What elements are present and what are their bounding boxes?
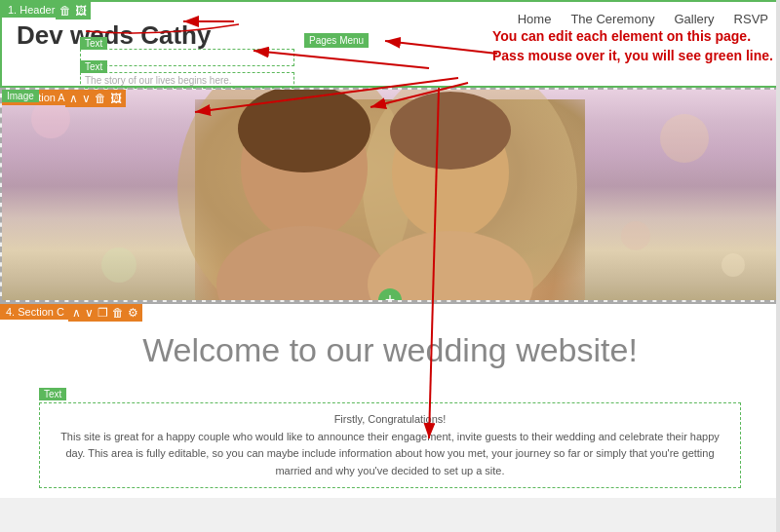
nav-menu: Home The Ceremony Gallery RSVP <box>518 12 768 26</box>
section-a-toolbar: ∧ ∨ 🗑 🖼 <box>65 90 126 107</box>
callout-line2: Pass mouse over it, you will see green l… <box>492 48 773 63</box>
header-toolbar: 🗑 🖼 <box>56 2 91 19</box>
section-a: 2. Section A ∧ ∨ 🗑 🖼 <box>0 88 780 302</box>
nav-home[interactable]: Home <box>518 12 552 26</box>
copy-icon[interactable]: ❐ <box>98 306 108 320</box>
text-content-area: Text Firstly, Congratulations! This site… <box>39 384 741 488</box>
couple-svg <box>2 90 778 302</box>
callout-line1: You can edit each element on this page. <box>492 28 751 44</box>
body-text: This site is great for a happy couple wh… <box>60 431 720 476</box>
image-icon[interactable]: 🖼 <box>75 4 87 18</box>
section-c: 4. Section C ∧ ∨ ❐ 🗑 ⚙ Welcome to our we… <box>0 302 780 498</box>
section-c-toolbar: ∧ ∨ ❐ 🗑 ⚙ <box>68 304 142 322</box>
subtitle-text-field[interactable]: The story of our lives begins here. <box>80 72 294 89</box>
congratulations-line: Firstly, Congratulations! <box>334 413 447 425</box>
svg-point-11 <box>101 247 136 283</box>
svg-point-5 <box>390 92 511 170</box>
chevron-up-icon[interactable]: ∧ <box>72 306 81 320</box>
pages-menu-badge: Pages Menu <box>304 33 369 48</box>
chevron-down-icon[interactable]: ∨ <box>85 306 94 320</box>
gear-icon[interactable]: ⚙ <box>128 306 138 320</box>
nav-rsvp[interactable]: RSVP <box>734 12 768 26</box>
image-icon[interactable]: 🖼 <box>110 92 122 105</box>
chevron-down-icon[interactable]: ∨ <box>82 92 91 105</box>
wedding-photo <box>2 90 778 302</box>
section-c-label: 4. Section C <box>0 304 70 320</box>
text-badge-3: Text <box>39 388 66 400</box>
trash-icon[interactable]: 🗑 <box>59 4 71 18</box>
image-badge: Image <box>2 90 39 102</box>
svg-point-9 <box>660 114 709 163</box>
chevron-up-icon[interactable]: ∧ <box>69 92 78 105</box>
nav-ceremony[interactable]: The Ceremony <box>570 12 654 26</box>
nav-gallery[interactable]: Gallery <box>674 12 714 26</box>
title-text-field[interactable] <box>80 49 294 66</box>
text-badge-1: Text <box>80 37 107 50</box>
svg-point-8 <box>31 99 70 138</box>
welcome-text-box[interactable]: Firstly, Congratulations! This site is g… <box>39 402 741 488</box>
trash-icon[interactable]: 🗑 <box>112 306 124 320</box>
header-label: 1. Header <box>2 2 60 18</box>
callout-text: You can edit each element on this page. … <box>492 27 775 65</box>
welcome-heading[interactable]: Welcome to our wedding website! <box>39 331 741 369</box>
svg-point-12 <box>722 253 745 277</box>
trash-icon[interactable]: 🗑 <box>95 92 106 105</box>
text-badge-2: Text <box>80 60 107 73</box>
svg-point-10 <box>621 221 650 250</box>
right-border <box>776 0 780 532</box>
